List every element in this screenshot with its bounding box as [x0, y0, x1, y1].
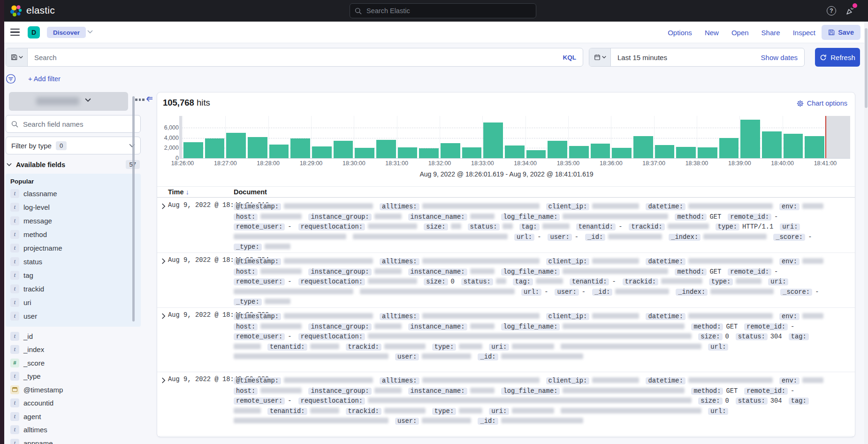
field-item-alltimes[interactable]: talltimes [10, 423, 141, 437]
filter-menu-icon[interactable] [6, 74, 16, 84]
notification-dot [853, 3, 857, 8]
expand-row-icon[interactable] [161, 377, 166, 383]
grid-line [697, 116, 697, 158]
doc-field-badge: instance_name: [408, 214, 467, 221]
doc-field-badge: datetime: [646, 377, 685, 384]
field-search-input[interactable] [22, 120, 135, 129]
inspect-button[interactable]: Inspect [793, 29, 815, 37]
doc-field-value-redacted [265, 244, 290, 249]
doc-field-value-redacted [234, 418, 388, 423]
options-button[interactable]: Options [668, 29, 692, 37]
expand-row-icon[interactable] [161, 313, 166, 319]
doc-field-badge: uri: [780, 223, 800, 230]
doc-field-value: 0 [725, 398, 729, 405]
field-name: message [23, 217, 52, 225]
field-item-log-level[interactable]: tlog-level [10, 200, 141, 214]
doc-field-badge: remote_id: [728, 268, 771, 276]
kql-language-button[interactable]: KQL [556, 54, 583, 61]
histogram-chart[interactable]: 02,0004,0006,00018:26:0018:27:0018:28:00… [157, 92, 855, 182]
doc-field-value: 0 [451, 278, 455, 285]
grid-line [268, 116, 269, 158]
field-item-projectname[interactable]: tprojectname [10, 241, 141, 255]
field-item-user[interactable]: tuser [10, 309, 141, 323]
doc-field-badge: size: [698, 398, 722, 405]
field-item-accountid[interactable]: taccountid [10, 397, 141, 410]
doc-field-value-redacted [470, 388, 495, 393]
text-field-icon: t [10, 244, 19, 253]
field-name: @timestamp [23, 386, 63, 394]
newsfeed-icon[interactable] [845, 5, 856, 16]
open-button[interactable]: Open [731, 29, 749, 37]
saved-query-menu-button[interactable] [6, 48, 28, 66]
doc-field-badge: instance_group: [308, 214, 371, 221]
doc-field-value-redacted [563, 388, 685, 393]
field-item-method[interactable]: tmethod [10, 228, 141, 241]
x-axis-tick-label: 18:32:00 [428, 160, 451, 167]
histogram-bar [355, 148, 374, 158]
doc-field-value-redacted [384, 408, 426, 413]
menu-icon[interactable] [10, 29, 20, 36]
field-name: log-level [23, 203, 50, 211]
table-row: Aug 9, 2022 @ 18:41:01.616@timestamp:all… [157, 198, 855, 253]
doc-field-value-redacted [234, 289, 353, 294]
save-button[interactable]: Save [822, 25, 860, 40]
expand-row-icon[interactable] [161, 203, 166, 209]
page-scrollbar-thumb[interactable] [865, 28, 868, 108]
collapse-sidebar-icon[interactable] [145, 95, 154, 103]
doc-field-badge: _index: [676, 289, 708, 296]
field-item-classname[interactable]: tclassname [10, 187, 141, 200]
time-range-value[interactable]: Last 15 minutes [611, 54, 754, 61]
doc-field-badge: requestlocation: [298, 333, 365, 340]
new-button[interactable]: New [705, 29, 719, 37]
page-scrollbar[interactable] [864, 22, 868, 444]
doc-field-value: - [575, 234, 579, 241]
field-item-uri[interactable]: turi [10, 296, 141, 309]
chevron-down-icon [7, 163, 12, 167]
global-search-input[interactable] [365, 7, 531, 15]
help-icon[interactable]: ? [826, 5, 837, 16]
incomplete-bucket-overlay [825, 116, 850, 158]
doc-field-value-redacted [470, 323, 495, 329]
add-filter-button[interactable]: + Add filter [28, 75, 61, 83]
field-item-trackid[interactable]: ttrackid [10, 282, 141, 296]
field-item-_type[interactable]: t_type [10, 370, 141, 383]
space-badge[interactable]: D [28, 26, 40, 38]
refresh-button[interactable]: Refresh [815, 48, 860, 67]
column-header-time[interactable]: Time ↓ [168, 188, 189, 196]
field-item-_id[interactable]: t_id [10, 329, 141, 343]
grid-line [611, 116, 611, 158]
field-item-tag[interactable]: ttag [10, 268, 141, 282]
field-search[interactable] [6, 115, 141, 133]
breadcrumb-caret-icon[interactable] [87, 30, 93, 34]
data-view-selector[interactable] [9, 92, 128, 111]
available-fields-toggle[interactable]: Available fields 57 [6, 160, 141, 169]
global-search[interactable] [350, 3, 536, 18]
doc-field-value-redacted [265, 299, 290, 304]
field-options-icon[interactable] [135, 99, 145, 101]
doc-field-badge: client_ip: [546, 313, 590, 320]
doc-field-badge: datetime: [646, 313, 685, 320]
breadcrumb-discover[interactable]: Discover [47, 27, 86, 38]
field-item-_index[interactable]: t_index [10, 343, 141, 357]
field-name: agent [23, 413, 41, 421]
doc-field-value-redacted [512, 344, 554, 349]
date-field-icon [10, 385, 19, 394]
doc-field-badge: instance_name: [408, 268, 467, 276]
show-dates-button[interactable]: Show dates [754, 54, 804, 61]
query-bar: KQL Last 15 minutes Show dates Refresh [0, 43, 868, 70]
filter-by-type-select[interactable]: Filter by type 0 [6, 137, 141, 154]
doc-field-value-redacted [470, 268, 495, 274]
share-button[interactable]: Share [761, 29, 780, 37]
sidebar-scrollbar[interactable] [132, 96, 135, 322]
kql-query-input[interactable] [28, 54, 556, 61]
field-item-status[interactable]: tstatus [10, 255, 141, 268]
filter-by-type-label: Filter by type [11, 142, 52, 150]
expand-row-icon[interactable] [161, 258, 166, 264]
text-field-icon: t [10, 271, 19, 280]
field-item-@timestamp[interactable]: @timestamp [10, 383, 141, 397]
calendar-menu-button[interactable] [589, 48, 611, 66]
field-item-appname[interactable]: tappname [10, 436, 141, 444]
field-item-_score[interactable]: #_score [10, 356, 141, 370]
field-item-message[interactable]: tmessage [10, 214, 141, 228]
field-item-agent[interactable]: tagent [10, 410, 141, 423]
